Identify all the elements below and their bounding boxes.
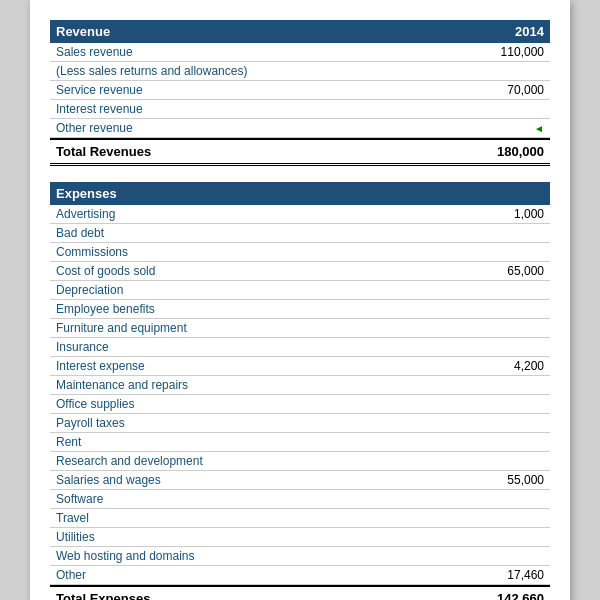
expense-row-label: Maintenance and repairs xyxy=(56,378,188,392)
revenue-row: (Less sales returns and allowances) xyxy=(50,62,550,81)
revenue-row-value: ◄ xyxy=(464,121,544,135)
expenses-header-label: Expenses xyxy=(56,186,117,201)
expense-row-value: 4,200 xyxy=(464,359,544,373)
revenue-header: Revenue 2014 xyxy=(50,20,550,43)
revenue-total-label: Total Revenues xyxy=(56,144,151,159)
expense-row-value: 65,000 xyxy=(464,264,544,278)
revenue-row-value: 70,000 xyxy=(464,83,544,97)
financial-statement: Revenue 2014 Sales revenue110,000(Less s… xyxy=(30,0,570,600)
expense-row-label: Web hosting and domains xyxy=(56,549,195,563)
expense-row-value xyxy=(464,454,544,468)
revenue-row-value xyxy=(464,64,544,78)
expense-row-value xyxy=(464,549,544,563)
expense-row-value: 17,460 xyxy=(464,568,544,582)
expense-row-value xyxy=(464,245,544,259)
expense-row-label: Employee benefits xyxy=(56,302,155,316)
expense-row-label: Rent xyxy=(56,435,81,449)
expense-row-label: Payroll taxes xyxy=(56,416,125,430)
expense-row: Bad debt xyxy=(50,224,550,243)
revenue-row-value: 110,000 xyxy=(464,45,544,59)
expense-row: Cost of goods sold65,000 xyxy=(50,262,550,281)
expense-row-value xyxy=(464,397,544,411)
revenue-row-value xyxy=(464,102,544,116)
expense-row-label: Research and development xyxy=(56,454,203,468)
expense-row: Research and development xyxy=(50,452,550,471)
expense-row-label: Depreciation xyxy=(56,283,123,297)
expense-row-value xyxy=(464,226,544,240)
expense-row: Payroll taxes xyxy=(50,414,550,433)
revenue-row-label: Service revenue xyxy=(56,83,143,97)
expense-row-value xyxy=(464,530,544,544)
expense-row-value xyxy=(464,492,544,506)
expense-row: Travel xyxy=(50,509,550,528)
expense-row: Commissions xyxy=(50,243,550,262)
expense-row-label: Office supplies xyxy=(56,397,135,411)
expense-row: Employee benefits xyxy=(50,300,550,319)
revenue-header-label: Revenue xyxy=(56,24,110,39)
revenue-row-label: Interest revenue xyxy=(56,102,143,116)
revenue-row: Service revenue70,000 xyxy=(50,81,550,100)
expense-row-label: Salaries and wages xyxy=(56,473,161,487)
revenue-row: Sales revenue110,000 xyxy=(50,43,550,62)
revenue-rows: Sales revenue110,000(Less sales returns … xyxy=(50,43,550,138)
expense-row-label: Bad debt xyxy=(56,226,104,240)
expenses-header: Expenses xyxy=(50,182,550,205)
expense-row: Other17,460 xyxy=(50,566,550,585)
revenue-total-row: Total Revenues 180,000 xyxy=(50,138,550,166)
expense-row-label: Travel xyxy=(56,511,89,525)
revenue-total-value: 180,000 xyxy=(497,144,544,159)
expense-row: Advertising1,000 xyxy=(50,205,550,224)
expense-row: Salaries and wages55,000 xyxy=(50,471,550,490)
expense-row-value xyxy=(464,511,544,525)
expense-row: Web hosting and domains xyxy=(50,547,550,566)
expense-row-label: Commissions xyxy=(56,245,128,259)
revenue-year-label: 2014 xyxy=(515,24,544,39)
expense-row-value xyxy=(464,378,544,392)
expense-row-label: Other xyxy=(56,568,86,582)
expense-row: Office supplies xyxy=(50,395,550,414)
expenses-total-row: Total Expenses 142,660 xyxy=(50,585,550,600)
expense-row-label: Utilities xyxy=(56,530,95,544)
expense-row: Utilities xyxy=(50,528,550,547)
expense-row-label: Software xyxy=(56,492,103,506)
expense-row: Depreciation xyxy=(50,281,550,300)
expense-row-label: Cost of goods sold xyxy=(56,264,155,278)
expense-row: Interest expense4,200 xyxy=(50,357,550,376)
expenses-total-value: 142,660 xyxy=(497,591,544,600)
revenue-row: Other revenue◄ xyxy=(50,119,550,138)
revenue-row-label: (Less sales returns and allowances) xyxy=(56,64,247,78)
revenue-row-label: Other revenue xyxy=(56,121,133,135)
expense-row-value xyxy=(464,416,544,430)
revenue-row: Interest revenue xyxy=(50,100,550,119)
expense-row-value xyxy=(464,321,544,335)
expense-row-value: 55,000 xyxy=(464,473,544,487)
expenses-rows: Advertising1,000Bad debtCommissionsCost … xyxy=(50,205,550,585)
expenses-total-label: Total Expenses xyxy=(56,591,150,600)
expense-row: Software xyxy=(50,490,550,509)
expense-row-label: Interest expense xyxy=(56,359,145,373)
expense-row-value xyxy=(464,435,544,449)
expense-row-label: Insurance xyxy=(56,340,109,354)
expense-row-value xyxy=(464,302,544,316)
expense-row: Rent xyxy=(50,433,550,452)
expense-row-value: 1,000 xyxy=(464,207,544,221)
expense-row: Insurance xyxy=(50,338,550,357)
expense-row-label: Furniture and equipment xyxy=(56,321,187,335)
expense-row-value xyxy=(464,340,544,354)
expense-row: Furniture and equipment xyxy=(50,319,550,338)
expense-row-label: Advertising xyxy=(56,207,115,221)
revenue-row-label: Sales revenue xyxy=(56,45,133,59)
expense-row: Maintenance and repairs xyxy=(50,376,550,395)
expense-row-value xyxy=(464,283,544,297)
